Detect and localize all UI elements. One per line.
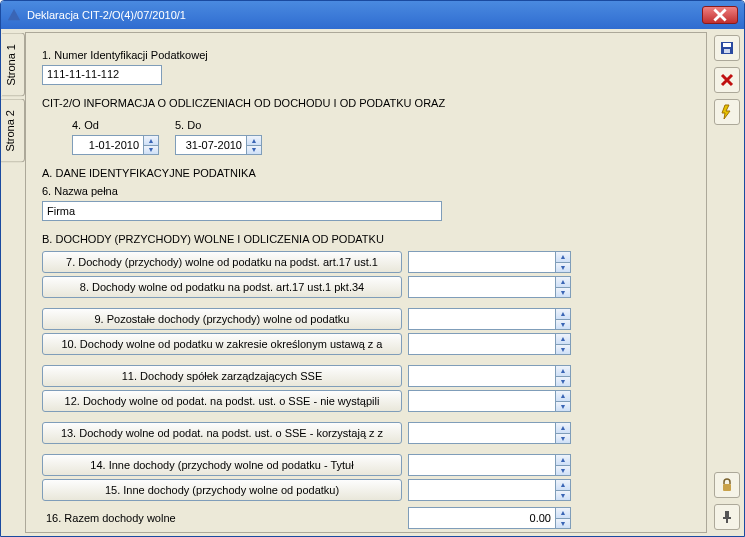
income-row-input[interactable]: [409, 480, 555, 500]
sum-input[interactable]: [409, 508, 555, 528]
field6-label: 6. Nazwa pełna: [42, 185, 690, 197]
svg-rect-6: [725, 511, 729, 518]
date-to-input[interactable]: [176, 136, 246, 154]
income-row-button[interactable]: 7. Dochody (przychody) wolne od podatku …: [42, 251, 402, 273]
window-title: Deklaracja CIT-2/O(4)/07/2010/1: [27, 9, 186, 21]
spin-up[interactable]: [555, 309, 570, 320]
income-row-input[interactable]: [409, 334, 555, 354]
spin-down[interactable]: [555, 263, 570, 273]
income-row-spinner[interactable]: [408, 251, 571, 273]
x-icon: [719, 72, 735, 88]
field1-label: 1. Numer Identyfikacji Podatkowej: [42, 49, 690, 61]
income-row-input[interactable]: [409, 366, 555, 386]
income-row-button[interactable]: 10. Dochody wolne od podatku w zakresie …: [42, 333, 402, 355]
window-close-button[interactable]: [702, 6, 738, 24]
app-window: Deklaracja CIT-2/O(4)/07/2010/1 Strona 1…: [0, 0, 745, 537]
section-a-title: A. DANE IDENTYFIKACYJNE PODATNIKA: [42, 167, 690, 179]
close-icon: [713, 8, 727, 22]
save-button[interactable]: [714, 35, 740, 61]
spin-down[interactable]: [555, 320, 570, 330]
income-row-spinner[interactable]: [408, 333, 571, 355]
income-row-button[interactable]: 8. Dochody wolne od podatku na podst. ar…: [42, 276, 402, 298]
date-from-spinner[interactable]: [72, 135, 159, 155]
nip-display: 111-11-11-112: [42, 65, 162, 85]
sum-up[interactable]: [555, 508, 570, 519]
svg-marker-4: [722, 105, 730, 119]
svg-rect-7: [723, 517, 731, 519]
form-scroll[interactable]: 1. Numer Identyfikacji Podatkowej 111-11…: [26, 33, 706, 532]
date-to-label: 5. Do: [175, 119, 262, 131]
spin-up[interactable]: [555, 423, 570, 434]
spin-up[interactable]: [555, 252, 570, 263]
spin-up[interactable]: [555, 334, 570, 345]
lock-icon: [719, 477, 735, 493]
page-tabs: Strona 1 Strona 2: [1, 29, 25, 536]
date-from-input[interactable]: [73, 136, 143, 154]
income-row-spinner[interactable]: [408, 454, 571, 476]
spin-up[interactable]: [555, 391, 570, 402]
income-row-spinner[interactable]: [408, 276, 571, 298]
flash-button[interactable]: [714, 99, 740, 125]
spin-down[interactable]: [555, 377, 570, 387]
date-to-up[interactable]: [246, 136, 261, 146]
sum-down[interactable]: [555, 519, 570, 529]
form-header: CIT-2/O INFORMACJA O ODLICZENIACH OD DOC…: [42, 97, 690, 109]
spin-up[interactable]: [555, 480, 570, 491]
income-row-button[interactable]: 12. Dochody wolne od podat. na podst. us…: [42, 390, 402, 412]
income-row-input[interactable]: [409, 277, 555, 297]
spin-up[interactable]: [555, 277, 570, 288]
income-row-spinner[interactable]: [408, 365, 571, 387]
form-panel: 1. Numer Identyfikacji Podatkowej 111-11…: [25, 32, 707, 533]
income-row-button[interactable]: 11. Dochody spółek zarządzających SSE: [42, 365, 402, 387]
income-row-button[interactable]: 13. Dochody wolne od podat. na podst. us…: [42, 422, 402, 444]
company-name-input[interactable]: [42, 201, 442, 221]
spin-up[interactable]: [555, 366, 570, 377]
income-row-spinner[interactable]: [408, 308, 571, 330]
income-row-button[interactable]: 9. Pozostałe dochody (przychody) wolne o…: [42, 308, 402, 330]
date-to-down[interactable]: [246, 146, 261, 155]
spin-down[interactable]: [555, 466, 570, 476]
date-from-down[interactable]: [143, 146, 158, 155]
date-from-up[interactable]: [143, 136, 158, 146]
income-row-input[interactable]: [409, 309, 555, 329]
pin-button[interactable]: [714, 504, 740, 530]
titlebar: Deklaracja CIT-2/O(4)/07/2010/1: [1, 1, 744, 29]
income-row-input[interactable]: [409, 455, 555, 475]
income-row: 13. Dochody wolne od podat. na podst. us…: [42, 422, 690, 444]
spin-up[interactable]: [555, 455, 570, 466]
spin-down[interactable]: [555, 288, 570, 298]
income-row-spinner[interactable]: [408, 390, 571, 412]
income-row: 10. Dochody wolne od podatku w zakresie …: [42, 333, 690, 355]
income-row-button[interactable]: 15. Inne dochody (przychody wolne od pod…: [42, 479, 402, 501]
income-row-input[interactable]: [409, 391, 555, 411]
income-row-spinner[interactable]: [408, 422, 571, 444]
spin-down[interactable]: [555, 345, 570, 355]
save-icon: [719, 40, 735, 56]
income-row: 12. Dochody wolne od podat. na podst. us…: [42, 390, 690, 412]
spin-down[interactable]: [555, 434, 570, 444]
date-to-spinner[interactable]: [175, 135, 262, 155]
income-row-button[interactable]: 14. Inne dochody (przychody wolne od pod…: [42, 454, 402, 476]
income-row: 7. Dochody (przychody) wolne od podatku …: [42, 251, 690, 273]
lock-button[interactable]: [714, 472, 740, 498]
income-row-input[interactable]: [409, 252, 555, 272]
svg-rect-5: [723, 484, 731, 491]
income-row: 11. Dochody spółek zarządzających SSE: [42, 365, 690, 387]
svg-rect-3: [724, 49, 730, 53]
income-row: 15. Inne dochody (przychody wolne od pod…: [42, 479, 690, 501]
section-b-title: B. DOCHODY (PRZYCHODY) WOLNE I ODLICZENI…: [42, 233, 690, 245]
income-row-spinner[interactable]: [408, 479, 571, 501]
income-row-input[interactable]: [409, 423, 555, 443]
sum-spinner[interactable]: [408, 507, 571, 529]
date-from-label: 4. Od: [72, 119, 159, 131]
app-icon: [7, 8, 21, 22]
spin-down[interactable]: [555, 491, 570, 501]
delete-button[interactable]: [714, 67, 740, 93]
lightning-icon: [719, 104, 735, 120]
tab-page-1[interactable]: Strona 1: [1, 33, 25, 97]
svg-rect-2: [723, 43, 731, 47]
spin-down[interactable]: [555, 402, 570, 412]
income-row: 14. Inne dochody (przychody wolne od pod…: [42, 454, 690, 476]
tab-page-2[interactable]: Strona 2: [1, 99, 25, 163]
right-toolbar: [710, 29, 744, 536]
